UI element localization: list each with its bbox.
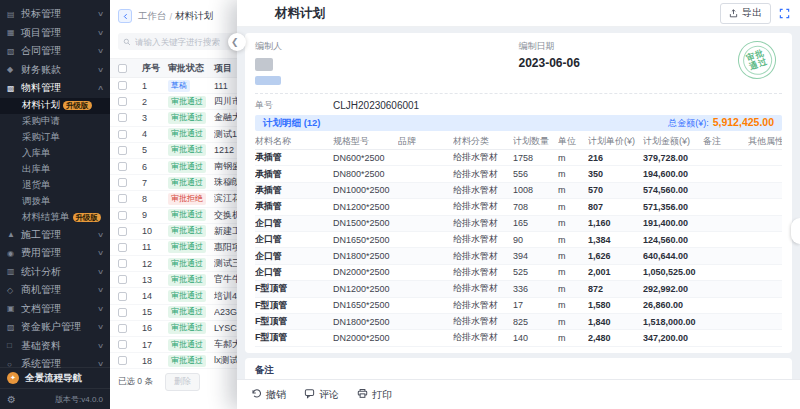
sidebar-item[interactable]: ▲施工管理∨ [0, 226, 110, 245]
material-cell-unit: m [558, 202, 588, 212]
row-checkbox[interactable] [118, 340, 127, 349]
material-cell-qty: 90 [513, 235, 558, 245]
creator-name-redacted [255, 76, 281, 85]
sidebar-item[interactable]: ▧合同管理∨ [0, 42, 110, 61]
drawer-collapse-handle[interactable]: ❮ [228, 33, 246, 51]
delete-button[interactable]: 删除 [165, 373, 200, 391]
row-checkbox[interactable] [118, 97, 127, 106]
contract-icon: ▧ [7, 47, 21, 56]
sidebar-item[interactable]: ▥统计分析∨ [0, 263, 110, 282]
row-checkbox[interactable] [118, 130, 127, 139]
comment-button[interactable]: 评论 [304, 388, 339, 402]
material-cell-spec: DN1650*2500 [333, 300, 398, 310]
creator-label: 编制人 [255, 40, 519, 53]
export-icon [729, 9, 738, 18]
material-col-header: 计划数量 [513, 135, 558, 148]
row-no: 5 [142, 145, 168, 155]
material-cell-qty: 17 [513, 300, 558, 310]
material-cell-name: 企口管 [255, 233, 333, 246]
document-icon: ▣ [7, 304, 21, 313]
row-checkbox[interactable] [118, 243, 127, 252]
row-checkbox[interactable] [118, 162, 127, 171]
material-cell-name: F型顶管 [255, 331, 333, 344]
sidebar-item[interactable]: ▨资金账户管理∨ [0, 318, 110, 337]
divider [255, 93, 782, 94]
sidebar-subitem[interactable]: 材料计划升级版 [0, 98, 110, 114]
fullscreen-icon[interactable] [779, 8, 790, 19]
gear-icon[interactable]: ⚙ [7, 394, 16, 405]
row-checkbox[interactable] [118, 178, 127, 187]
material-cell-unit: m [558, 235, 588, 245]
drawer-resize-handle[interactable] [791, 218, 800, 244]
sidebar-item-label: 合同管理 [21, 44, 61, 58]
row-checkbox[interactable] [118, 356, 127, 365]
material-cell-amount: 379,728.00 [643, 153, 703, 163]
sidebar-item[interactable]: ▤投标管理∨ [0, 5, 110, 24]
material-table-body: 承插管DN600*2500给排水管材1758m216379,728.00承插管D… [255, 150, 782, 347]
material-cell-unit: m [558, 251, 588, 261]
sidebar-subitem[interactable]: 调拨单 [0, 194, 110, 210]
row-checkbox[interactable] [118, 227, 127, 236]
chevron-down-icon: ∨ [97, 342, 104, 350]
row-no: 10 [142, 226, 168, 236]
row-checkbox[interactable] [118, 146, 127, 155]
status-badge: 审批通过 [168, 306, 206, 318]
row-checkbox[interactable] [118, 324, 127, 333]
sidebar-item-panorama[interactable]: ✦ 全景流程导航 [0, 367, 110, 388]
status-badge: 审批通过 [168, 112, 206, 124]
row-checkbox[interactable] [118, 292, 127, 301]
status-badge: 审批通过 [168, 355, 206, 367]
sidebar-item[interactable]: ◆财务账款∨ [0, 61, 110, 80]
sidebar-subitem[interactable]: 材料结算单升级版 [0, 210, 110, 226]
action-label: 评论 [319, 388, 339, 402]
print-button[interactable]: 打印 [357, 388, 392, 402]
row-checkbox[interactable] [118, 308, 127, 317]
drawer-header: 材料计划 导出 [237, 0, 800, 27]
select-all-checkbox[interactable] [118, 64, 127, 73]
back-button[interactable] [118, 9, 132, 23]
breadcrumb-root[interactable]: 工作台 [138, 10, 167, 23]
row-checkbox[interactable] [118, 259, 127, 268]
sidebar-item-label: 采购申请 [22, 115, 60, 128]
material-row: 承插管DN800*2500给排水管材556m350194,600.00 [255, 166, 782, 182]
sidebar-subitem[interactable]: 采购订单 [0, 130, 110, 146]
panorama-icon: ✦ [7, 372, 19, 384]
sidebar-item-label: 调拨单 [22, 195, 51, 208]
material-cell-category: 给排水管材 [453, 266, 513, 279]
material-cell-price: 216 [588, 153, 643, 163]
print-icon [357, 388, 368, 401]
total-value: 5,912,425.00 [713, 116, 774, 128]
docno-value: CLJH20230606001 [333, 100, 419, 111]
export-button[interactable]: 导出 [720, 3, 771, 24]
opportunity-icon: ◇ [7, 286, 21, 295]
material-cell-spec: DN1500*2500 [333, 218, 398, 228]
sidebar-item[interactable]: □基础资料∨ [0, 337, 110, 356]
sidebar-subitem[interactable]: 退货单 [0, 178, 110, 194]
material-cell-amount: 292,992.00 [643, 284, 703, 294]
selected-count: 已选 0 条 [118, 376, 153, 388]
row-checkbox[interactable] [118, 113, 127, 122]
row-checkbox[interactable] [118, 211, 127, 220]
sidebar-item[interactable]: ◇商机管理∨ [0, 281, 110, 300]
sidebar-subitem[interactable]: 入库单 [0, 146, 110, 162]
row-checkbox[interactable] [118, 275, 127, 284]
chevron-down-icon: ∨ [97, 47, 104, 55]
sidebar-item[interactable]: ◉费用管理∨ [0, 244, 110, 263]
sidebar-item[interactable]: ▦项目管理∨ [0, 24, 110, 43]
sidebar-item-label: 文档管理 [21, 302, 61, 316]
row-checkbox[interactable] [118, 81, 127, 90]
material-cell-qty: 525 [513, 267, 558, 277]
sidebar-item[interactable]: ▣文档管理∨ [0, 300, 110, 319]
sidebar-item-label: 材料结算单 [22, 211, 70, 224]
sidebar-item[interactable]: ▩物料管理∧ [0, 79, 110, 98]
sidebar-subitem[interactable]: 出库单 [0, 162, 110, 178]
row-no: 13 [142, 275, 168, 285]
material-col-header: 备注 [703, 135, 748, 148]
material-cell-qty: 140 [513, 333, 558, 343]
undo-button[interactable]: 撤销 [251, 388, 286, 402]
remark-card: 备注 暂无备注 [245, 358, 792, 379]
material-cell-category: 给排水管材 [453, 168, 513, 181]
row-no: 1 [142, 81, 168, 91]
sidebar-subitem[interactable]: 采购申请 [0, 114, 110, 130]
row-checkbox[interactable] [118, 194, 127, 203]
